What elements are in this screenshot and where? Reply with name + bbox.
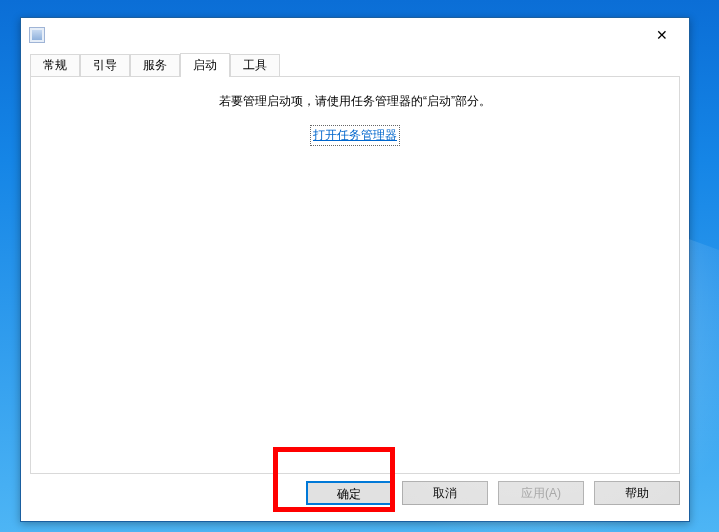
msconfig-window: ✕ 常规 引导 服务 启动 工具 若要管理启动项，请使用任务管理器的“启动”部分…: [20, 17, 690, 522]
tab-general[interactable]: 常规: [30, 54, 80, 76]
tabpage-startup: 若要管理启动项，请使用任务管理器的“启动”部分。 打开任务管理器: [30, 76, 680, 474]
titlebar-left: [29, 27, 51, 43]
tab-startup[interactable]: 启动: [180, 53, 230, 77]
tab-label: 服务: [143, 57, 167, 74]
tab-boot[interactable]: 引导: [80, 54, 130, 76]
help-button[interactable]: 帮助: [594, 481, 680, 505]
apply-button: 应用(A): [498, 481, 584, 505]
close-icon: ✕: [656, 27, 668, 43]
tab-label: 启动: [193, 57, 217, 74]
tab-label: 工具: [243, 57, 267, 74]
tab-label: 引导: [93, 57, 117, 74]
tabstrip: 常规 引导 服务 启动 工具: [30, 52, 680, 76]
open-task-manager-link[interactable]: 打开任务管理器: [312, 127, 398, 144]
tab-label: 常规: [43, 57, 67, 74]
client-area: 常规 引导 服务 启动 工具 若要管理启动项，请使用任务管理器的“启动”部分。 …: [21, 51, 689, 521]
app-icon: [29, 27, 45, 43]
cancel-button[interactable]: 取消: [402, 481, 488, 505]
titlebar[interactable]: ✕: [21, 18, 689, 51]
tab-services[interactable]: 服务: [130, 54, 180, 76]
ok-button[interactable]: 确定: [306, 481, 392, 505]
dialog-buttons: 确定 取消 应用(A) 帮助: [30, 474, 680, 512]
startup-message: 若要管理启动项，请使用任务管理器的“启动”部分。: [31, 93, 679, 110]
close-button[interactable]: ✕: [639, 20, 685, 50]
tab-tools[interactable]: 工具: [230, 54, 280, 76]
